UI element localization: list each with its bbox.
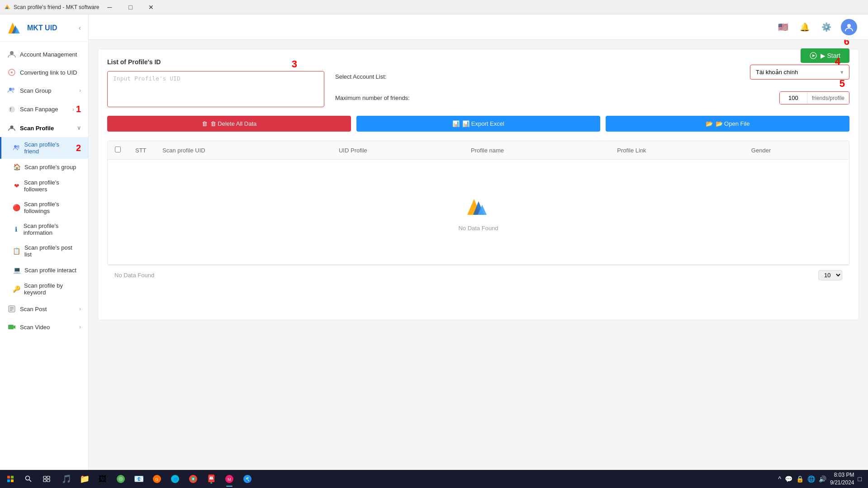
empty-state-text: No Data Found (458, 225, 498, 232)
select-all-checkbox[interactable] (115, 147, 121, 152)
flag-icon[interactable]: 🇺🇸 (776, 20, 790, 34)
collapse-icon[interactable]: ‹ (79, 24, 81, 32)
uid-input[interactable] (107, 71, 324, 107)
sidebar-subitem-scan-profiles-group[interactable]: 🏠 Scan profile's group (0, 159, 88, 175)
avatar[interactable] (841, 19, 857, 35)
svg-rect-30 (7, 479, 10, 482)
taskbar-app-chrome[interactable] (185, 470, 202, 488)
annotation-5: 5 (840, 78, 845, 90)
app-icon (4, 4, 11, 11)
heart-icon: ❤ (13, 182, 20, 190)
taskbar-app-game[interactable]: G (148, 470, 166, 488)
info-icon: ℹ (13, 225, 20, 233)
stt-header: STT (128, 141, 155, 160)
svg-text:🌏: 🌏 (246, 477, 251, 482)
sidebar-subitem-label-post-list: Scan profile's post list (24, 244, 81, 258)
sidebar-subitem-scan-profiles-post-list[interactable]: 📋 Scan profile's post list (0, 240, 88, 262)
settings-icon[interactable]: ⚙️ (819, 20, 834, 34)
taskbar-app-browser2[interactable]: 🌏 (239, 470, 256, 488)
taskbar-app-mail[interactable]: 📧 (130, 470, 147, 488)
content-area: List of Profile's ID 3 6 (89, 40, 868, 470)
taskbar-app-mkt[interactable]: 📮 (203, 470, 220, 488)
scan-fanpage-arrow: › (72, 106, 74, 113)
sidebar-subitem-scan-profiles-friend[interactable]: Scan profile's friend 2 (0, 137, 88, 159)
sidebar-item-scan-fanpage[interactable]: f Scan Fanpage › 1 (0, 99, 88, 119)
tray-expand[interactable]: ^ (778, 474, 783, 483)
svg-point-9 (9, 88, 12, 90)
task-view-button[interactable] (38, 471, 55, 487)
sidebar-header: MKT UID ‹ (0, 14, 88, 42)
sidebar-nav: Account Management Converting link to UI… (0, 42, 88, 470)
top-bar: 🇺🇸 🔔 ⚙️ (89, 14, 868, 40)
sidebar-subitem-label-followers: Scan profile's followers (24, 179, 81, 193)
svg-point-15 (17, 145, 19, 148)
export-excel-button[interactable]: 📊 📊 Export Excel (356, 116, 600, 132)
taskbar-app-music[interactable]: 🎵 (58, 470, 75, 488)
scan-post-icon (7, 304, 16, 313)
sidebar-subitem-scan-profiles-followings[interactable]: 🔴 Scan profile's followings (0, 197, 88, 218)
svg-point-10 (12, 88, 14, 90)
profile-icon (7, 123, 16, 133)
scan-group-arrow: › (79, 87, 81, 94)
sidebar-item-scan-profile[interactable]: Scan Profile ∨ (0, 119, 88, 137)
sidebar-item-account-management[interactable]: Account Management (0, 45, 88, 63)
taskbar-app-active[interactable]: M (221, 470, 238, 488)
svg-text:M: M (228, 477, 231, 482)
search-taskbar-button[interactable] (20, 471, 37, 487)
close-button[interactable]: ✕ (141, 0, 161, 14)
sidebar-subitem-scan-profiles-followers[interactable]: ❤ Scan profile's followers (0, 175, 88, 197)
gender-header: Gender (744, 141, 849, 160)
delete-all-button[interactable]: 🗑 🗑 Delete All Data (107, 116, 351, 132)
annotation-3: 3 (292, 58, 297, 70)
main-content: 🇺🇸 🔔 ⚙️ List of Profile's ID (89, 14, 868, 470)
account-select[interactable]: Tài khoản chính ▾ (750, 65, 849, 80)
home-icon: 🏠 (13, 163, 21, 171)
sidebar-item-scan-post[interactable]: Scan Post › (0, 300, 88, 318)
sidebar-item-scan-video[interactable]: Scan Video › (0, 318, 88, 336)
start-menu-button[interactable] (2, 471, 19, 487)
tray-security[interactable]: 🔒 (795, 474, 805, 483)
page-size-select[interactable]: 10 (818, 270, 842, 280)
scan-video-arrow: › (79, 324, 81, 330)
post-list-icon: 📋 (13, 247, 21, 255)
tray-volume[interactable]: 🔊 (818, 474, 827, 483)
friend-icon (13, 144, 20, 152)
start-button[interactable]: ▶ Start (801, 48, 849, 63)
open-file-button[interactable]: 📂 📂 Open File (606, 116, 849, 132)
tray-chat[interactable]: 💬 (784, 474, 793, 483)
taskbar-app-spiral[interactable]: 🌀 (166, 470, 184, 488)
sidebar: MKT UID ‹ Account Management (0, 14, 89, 470)
taskbar-app-folder[interactable]: 📁 (76, 470, 93, 488)
tray-icons: ^ 💬 🔒 🌐 🔊 (778, 474, 828, 483)
sidebar-subitem-scan-profile-by-keyword[interactable]: 🔑 Scan profile by keyword (0, 278, 88, 300)
restore-button[interactable]: □ (120, 0, 141, 14)
open-icon: 📂 (706, 120, 713, 127)
empty-state: No Data Found (115, 165, 842, 259)
data-table-container: STT Scan profile UID UID Profile Profile… (107, 141, 849, 265)
action-buttons-row: 🗑 🗑 Delete All Data 📊 📊 Export Excel 📂 📂… (107, 116, 849, 132)
tray-time: 8:03 PM (830, 471, 854, 479)
svg-point-32 (26, 476, 30, 480)
sidebar-subitem-scan-profile-interact[interactable]: 💻 Scan profile interact (0, 262, 88, 278)
sidebar-item-label-account: Account Management (20, 51, 77, 58)
taskbar-app-photos[interactable]: 🖼 (94, 470, 111, 488)
taskbar-tray: ^ 💬 🔒 🌐 🔊 8:03 PM 9/21/2024 □ (778, 471, 866, 487)
bell-icon[interactable]: 🔔 (797, 20, 812, 34)
export-label: 📊 Export Excel (462, 120, 504, 127)
friends-number-input[interactable] (780, 92, 807, 104)
sidebar-item-scan-group[interactable]: Scan Group › (0, 81, 88, 99)
svg-point-6 (10, 51, 14, 55)
sidebar-subitem-scan-profiles-information[interactable]: ℹ Scan profile's information (0, 218, 88, 240)
export-icon: 📊 (452, 120, 460, 127)
svg-point-14 (14, 145, 17, 148)
chevron-down-icon: ▾ (840, 69, 844, 76)
svg-text:🌀: 🌀 (173, 477, 178, 482)
svg-rect-37 (47, 479, 50, 482)
taskbar-app-browser1[interactable] (112, 470, 129, 488)
sidebar-item-converting-link[interactable]: Converting link to UID (0, 63, 88, 81)
minimize-button[interactable]: ─ (99, 0, 120, 14)
svg-rect-36 (43, 479, 46, 482)
tray-network[interactable]: 🌐 (806, 474, 816, 483)
tray-clock[interactable]: 8:03 PM 9/21/2024 (830, 471, 854, 487)
tray-show-desktop[interactable]: □ (857, 474, 863, 483)
